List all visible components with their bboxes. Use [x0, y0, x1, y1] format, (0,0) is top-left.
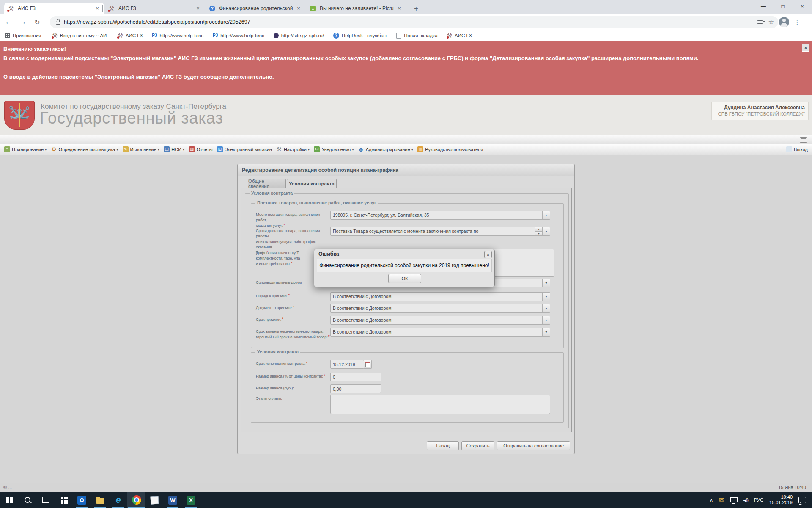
taskbar-chrome-button[interactable] — [127, 492, 145, 508]
bookmark-star-icon[interactable]: ☆ — [768, 18, 774, 26]
user-info-box[interactable]: Дундина Анастасия Алексеевна СПБ ГБПОУ "… — [711, 102, 809, 120]
back-button[interactable]: Назад — [427, 441, 459, 450]
minimize-button[interactable]: — — [754, 0, 773, 13]
menu-administration[interactable]: ☻ Администрирование — [358, 146, 413, 152]
maximize-button[interactable]: □ — [773, 0, 793, 13]
bookmark-apps[interactable]: Приложения — [5, 33, 41, 38]
menu-execution[interactable]: ✎ Исполнение — [123, 146, 160, 152]
menu-exit[interactable]: → Выход — [786, 146, 808, 152]
taskbar-ie-button[interactable]: e — [109, 492, 127, 508]
browser-toolbar: ← → ↻ https://new.gz-spb.ru/#po/schedule… — [0, 14, 812, 30]
chevron-down-icon[interactable]: ▾ — [542, 328, 550, 336]
bookmark-item[interactable]: ? HelpDesk - служба т — [333, 33, 387, 39]
site-header: ⚓ ⚓ Комитет по государственному заказу С… — [0, 95, 812, 135]
tray-mail-icon[interactable]: ✉ — [719, 496, 724, 504]
chevron-down-icon[interactable]: ▾ — [542, 279, 550, 287]
chevron-down-icon[interactable]: ▾ — [542, 304, 550, 312]
bookmark-item[interactable]: Новая вкладка — [396, 33, 437, 39]
browser-tab-3[interactable]: ? Финансирование родительской × — [206, 3, 305, 14]
combo-acceptance-order[interactable]: В соответствии с Договором ▾ — [330, 292, 550, 301]
menu-nsi[interactable]: ▤ НСИ — [164, 146, 184, 152]
dialog-ok-button[interactable]: ОК — [388, 274, 421, 283]
menu-user-guide[interactable]: ▥ Руководство пользователя — [417, 146, 483, 152]
tab-close-icon[interactable]: × — [396, 5, 403, 12]
task-view-button[interactable] — [36, 492, 55, 508]
menu-reports[interactable]: ▦ Отчеты — [189, 146, 213, 152]
bookmark-item[interactable]: Р3 http://www.help-tenc — [213, 33, 264, 38]
new-tab-button[interactable]: + — [411, 4, 421, 14]
back-icon[interactable]: ← — [3, 16, 14, 28]
combo-delivery-place[interactable]: 198095, г. Санкт-Петербург, ул. Балтийск… — [330, 211, 550, 220]
menu-electronic-shop[interactable]: ⊞ Электронный магазин — [217, 146, 272, 152]
search-icon — [25, 497, 30, 503]
close-button[interactable]: × — [793, 0, 812, 13]
combo-delivery-terms[interactable]: Поставка Товара осуществляется с момента… — [330, 227, 550, 236]
chevron-down-icon[interactable]: ▾ — [542, 211, 550, 219]
chevron-down-icon[interactable]: ▾ — [542, 227, 550, 235]
taskbar-explorer-button[interactable] — [91, 492, 109, 508]
menu-supplier-determination[interactable]: ⚙ Определение поставщика — [51, 146, 118, 152]
tab-close-icon[interactable]: × — [94, 5, 101, 12]
payment-stages-textarea[interactable] — [330, 395, 550, 414]
calendar-icon[interactable] — [364, 360, 372, 369]
combo-replacement-term[interactable]: В соответствии с Договором ▾ — [330, 328, 550, 337]
taskbar-search-button[interactable] — [18, 492, 36, 508]
page-status-bar: © ... 15 Янв 10:40 — [0, 483, 812, 492]
reload-icon[interactable]: ↻ — [31, 16, 43, 28]
send-for-approval-button[interactable]: Отправить на согласование — [497, 441, 570, 450]
spinner-control[interactable]: ▴▾ — [535, 227, 542, 235]
advance-percent-field[interactable] — [330, 373, 381, 381]
combo-acceptance-term[interactable]: В соответствии с Договором ▾ — [330, 316, 550, 325]
action-center-button[interactable] — [798, 497, 806, 503]
key-icon[interactable] — [757, 20, 763, 24]
error-dialog: Ошибка × Финансирование родительской осо… — [314, 249, 495, 287]
label-text: Сопроводительные докум — [256, 280, 302, 284]
chevron-down-icon[interactable]: ▾ — [542, 316, 550, 324]
forward-icon[interactable]: → — [17, 16, 29, 28]
taskbar-outlook-button[interactable]: O — [73, 492, 91, 508]
label-text: Документ о приемке: — [256, 305, 293, 310]
tab-close-icon[interactable]: × — [195, 5, 201, 12]
chevron-down-icon[interactable]: ▾ — [542, 293, 550, 301]
save-button[interactable]: Сохранить — [461, 441, 494, 450]
taskbar-excel-button[interactable]: X — [182, 492, 200, 508]
banner-close-icon[interactable]: × — [802, 44, 809, 52]
bookmark-item[interactable]: http://site.gz-spb.ru/ — [274, 33, 324, 38]
taskbar-word-button[interactable]: W — [164, 492, 182, 508]
bookmark-item[interactable]: ⚒ АИС ГЗ — [447, 33, 472, 39]
combo-acceptance-document[interactable]: В соответствии с Договором ▾ — [330, 304, 550, 313]
bookmark-item[interactable]: ⚒ Вход в систему :: АИ — [52, 33, 107, 39]
browser-tab-1[interactable]: ⚒ АИС ГЗ × — [4, 3, 104, 14]
spin-down-icon[interactable]: ▾ — [535, 231, 542, 235]
tab-general-info[interactable]: Общие сведения — [248, 179, 286, 188]
tray-network-icon[interactable] — [730, 497, 738, 502]
cart-icon: ⊞ — [217, 146, 223, 152]
taskbar-calculator-button[interactable] — [55, 492, 73, 508]
dialog-close-icon[interactable]: × — [484, 251, 492, 258]
collapse-header-button[interactable] — [800, 137, 807, 143]
menu-settings[interactable]: ⚒ Настройки — [276, 146, 310, 152]
tab-close-icon[interactable]: × — [295, 5, 302, 12]
advance-rub-field[interactable] — [330, 384, 381, 393]
bookmark-item[interactable]: Р3 http://www.help-tenc — [152, 33, 203, 38]
menu-planning[interactable]: ≡ Планирование — [4, 146, 47, 152]
tray-volume-icon[interactable]: ◀)) — [743, 498, 748, 502]
bookmark-item[interactable]: ⚒ АИС ГЗ — [118, 33, 143, 39]
user-organization: СПБ ГБПОУ "ПЕТРОВСКИЙ КОЛЛЕДЖ" — [712, 111, 805, 116]
taskbar-clock[interactable]: 10:4015.01.2019 — [769, 494, 793, 505]
taskbar-notepad-button[interactable] — [145, 492, 164, 508]
url-text[interactable]: https://new.gz-spb.ru/#po/schedule/editd… — [64, 19, 250, 25]
browser-tab-2[interactable]: ⚒ АИС ГЗ × — [105, 3, 205, 14]
tab-contract-terms[interactable]: Условия контракта — [287, 179, 337, 188]
browser-tab-4[interactable]: ▲ Вы ничего не заливаете! - Pictu × — [306, 3, 406, 14]
language-indicator[interactable]: РУС — [754, 497, 763, 502]
spin-up-icon[interactable]: ▴ — [535, 227, 542, 231]
address-bar[interactable]: https://new.gz-spb.ru/#po/schedule/editd… — [50, 16, 778, 28]
page-icon — [396, 33, 401, 39]
tray-chevron-up-icon[interactable]: ∧ — [710, 497, 713, 503]
menu-notifications[interactable]: ✉ Уведомления — [314, 146, 354, 152]
profile-avatar[interactable] — [779, 17, 789, 27]
browser-menu-icon[interactable]: ⋮ — [794, 19, 800, 25]
contract-deadline-field[interactable] — [330, 360, 364, 369]
start-button[interactable] — [0, 492, 18, 508]
